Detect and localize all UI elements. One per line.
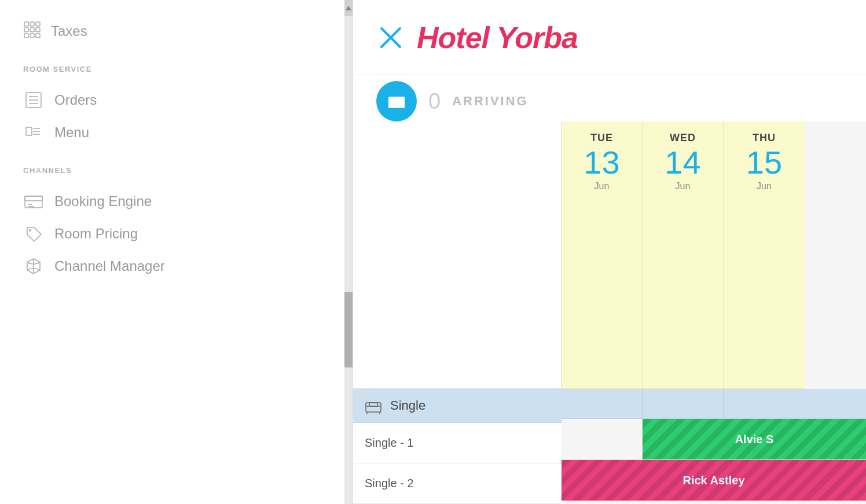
sidebar-item-orders[interactable]: Orders xyxy=(23,84,341,116)
main-content: Hotel Yorba 0 ARRIVING TUE 13 xyxy=(353,0,866,504)
booking-bar-single2[interactable]: Rick Astley xyxy=(562,460,866,501)
single-room-icon xyxy=(365,397,382,414)
sidebar-item-channel-manager-label: Channel Manager xyxy=(54,258,165,274)
arriving-bar: 0 ARRIVING xyxy=(353,75,866,122)
grid-icon xyxy=(23,21,41,42)
day-month-wed: Jun xyxy=(676,181,691,192)
svg-rect-32 xyxy=(369,403,377,406)
svg-rect-31 xyxy=(366,403,381,412)
day-header-tue: TUE 13 Jun xyxy=(562,122,643,389)
svg-rect-29 xyxy=(388,105,405,108)
booking-row-single-1: Alvie S xyxy=(562,419,866,460)
svg-rect-8 xyxy=(30,34,34,38)
svg-rect-6 xyxy=(36,28,40,32)
type-cell-wed xyxy=(643,389,724,419)
day-number-wed: 14 xyxy=(665,146,700,179)
room-single-2-label: Single - 2 xyxy=(365,477,414,490)
sidebar-item-orders-label: Orders xyxy=(54,92,97,108)
room-type-single-header: Single xyxy=(353,389,562,423)
section-channels: CHANNELS xyxy=(23,166,341,175)
booking-row-single-2: Rick Astley xyxy=(562,460,866,501)
svg-rect-1 xyxy=(24,22,28,26)
sidebar: Taxes ROOM SERVICE Orders xyxy=(0,0,353,504)
sidebar-item-booking-engine-label: Booking Engine xyxy=(54,193,152,209)
day-month-tue: Jun xyxy=(595,181,610,192)
room-single-1-label: Single - 1 xyxy=(365,436,414,450)
sidebar-item-label: Taxes xyxy=(51,23,87,39)
arriving-count: 0 xyxy=(428,89,441,114)
day-headers: TUE 13 Jun WED 14 Jun THU 15 Jun xyxy=(562,122,866,389)
svg-rect-30 xyxy=(393,98,398,101)
room-rows: Single Single - 1 Single - 2 xyxy=(353,389,866,504)
room-single-1: Single - 1 xyxy=(353,423,562,463)
hotel-name: Hotel Yorba xyxy=(417,20,578,55)
sidebar-scrollbar-track xyxy=(344,0,353,504)
svg-rect-3 xyxy=(36,22,40,26)
close-icon xyxy=(378,25,403,50)
sidebar-item-menu[interactable]: Menu xyxy=(23,116,341,149)
sidebar-scroll-area[interactable]: Taxes ROOM SERVICE Orders xyxy=(0,0,353,504)
booking-guest-rick: Rick Astley xyxy=(682,474,744,487)
day-header-thu: THU 15 Jun xyxy=(724,122,805,389)
sidebar-item-room-pricing[interactable]: Room Pricing xyxy=(23,218,341,250)
booking-type-row xyxy=(562,389,866,419)
day-name-thu: THU xyxy=(753,132,776,144)
svg-rect-4 xyxy=(24,28,28,32)
room-type-single-name: Single xyxy=(390,398,425,413)
svg-point-22 xyxy=(29,229,31,231)
tag-icon xyxy=(23,223,44,244)
svg-rect-9 xyxy=(36,34,40,38)
sidebar-item-menu-label: Menu xyxy=(54,124,89,141)
sidebar-item-taxes[interactable]: Taxes xyxy=(23,17,341,47)
menu-icon xyxy=(23,122,44,143)
booking-bar-single1[interactable]: Alvie S xyxy=(643,419,866,459)
room-single-2: Single - 2 xyxy=(353,463,562,504)
sidebar-item-room-pricing-label: Room Pricing xyxy=(54,226,138,242)
scroll-up-arrow[interactable] xyxy=(344,0,353,16)
type-cell-tue xyxy=(562,389,643,419)
close-button[interactable] xyxy=(376,23,405,52)
arriving-icon xyxy=(376,81,417,122)
day-month-thu: Jun xyxy=(757,181,772,192)
svg-rect-5 xyxy=(30,28,34,32)
room-col-header xyxy=(353,122,562,389)
booking-cell-single1-tue xyxy=(562,419,643,459)
svg-rect-2 xyxy=(30,22,34,26)
sidebar-item-booking-engine[interactable]: Booking Engine xyxy=(23,185,341,218)
day-name-wed: WED xyxy=(670,132,696,144)
arriving-label: ARRIVING xyxy=(452,94,529,109)
booking-columns: Alvie S Rick Astley xyxy=(562,389,866,504)
day-number-tue: 13 xyxy=(584,146,619,179)
sidebar-item-channel-manager[interactable]: Channel Manager xyxy=(23,250,341,282)
section-room-service: ROOM SERVICE xyxy=(23,65,341,73)
room-names-column: Single Single - 1 Single - 2 xyxy=(353,389,562,504)
day-number-thu: 15 xyxy=(746,146,782,179)
svg-rect-14 xyxy=(26,127,32,135)
day-header-wed: WED 14 Jun xyxy=(643,122,724,389)
svg-marker-0 xyxy=(346,6,351,10)
sidebar-scrollbar-thumb[interactable] xyxy=(344,292,353,367)
app-header: Hotel Yorba xyxy=(353,0,866,75)
svg-rect-19 xyxy=(25,196,42,201)
booking-bar-green-alvie[interactable]: Alvie S xyxy=(643,419,866,459)
day-name-tue: TUE xyxy=(590,132,613,144)
booking-guest-alvie: Alvie S xyxy=(735,433,774,446)
channel-icon xyxy=(23,256,44,277)
calendar-section: TUE 13 Jun WED 14 Jun THU 15 Jun xyxy=(353,122,866,504)
type-cell-thu xyxy=(724,389,866,419)
orders-icon xyxy=(23,90,44,111)
svg-rect-18 xyxy=(25,196,42,208)
svg-rect-7 xyxy=(24,34,28,38)
booking-bar-pink-rick[interactable]: Rick Astley xyxy=(562,460,866,501)
booking-icon xyxy=(23,191,44,212)
